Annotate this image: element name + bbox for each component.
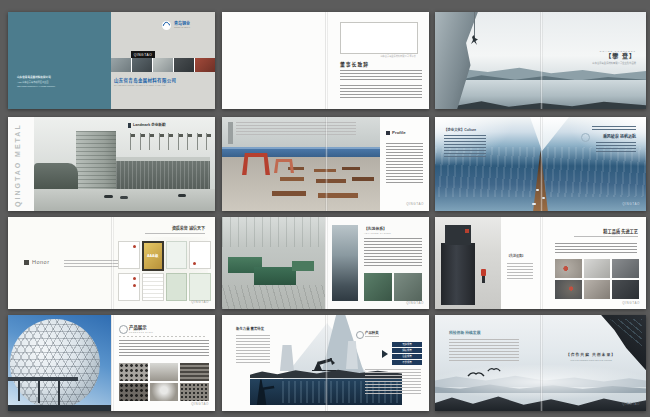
brandmark: QINGTAO (406, 301, 424, 305)
steel-plate (352, 177, 374, 181)
brandmark: QINGTAO (191, 300, 209, 304)
bird-icon (487, 366, 501, 373)
type-label: 无缝钢管 (392, 342, 422, 347)
caption-block: Landmark 企业新貌 (128, 123, 166, 128)
type-label: 不锈钢管 (392, 360, 422, 365)
spread-intro: 山东省青岛金属材料有限公司 董事长 董事长致辞 (222, 12, 429, 109)
cover-badge: QINGTAO (131, 51, 155, 58)
type-label: 合金钢管 (392, 354, 422, 359)
spread-building: Landmark 企业新貌 QINGTAO METAL (8, 117, 215, 211)
paragraph-lines (119, 340, 209, 358)
slogan-title: 乘风破浪 扬帆远航 (566, 134, 636, 139)
flag-icon (157, 133, 163, 150)
certificate-thumb (142, 273, 164, 301)
certificate-thumb (166, 241, 188, 269)
type-label-text: 焊接钢管 (402, 349, 412, 352)
spread-products: 产品展示 PRODUCTS SHOW QINGTAO (8, 315, 215, 411)
photo-thumb (555, 280, 582, 299)
paragraph-lines (555, 243, 637, 255)
photo-thumb (555, 259, 582, 278)
walkway-leg (58, 381, 60, 405)
building-caption: Landmark 企业新貌 (133, 123, 166, 127)
car (178, 194, 186, 197)
type-label-text: 无缝钢管 (402, 343, 412, 346)
circle-ornament-icon (356, 331, 364, 339)
photo-placeholder (340, 22, 418, 54)
honor-right-heading: 资质荣誉 诚信天下 (115, 226, 205, 231)
spread-equipment: 【先进设备】 精工品质 先进工艺 QINGTAO (435, 217, 646, 309)
photo-thumb (119, 383, 148, 401)
office-glass-grid (116, 161, 210, 189)
photo-thumb (132, 58, 152, 72)
floor-streaks (222, 285, 325, 309)
type-label-text: 合金钢管 (402, 355, 412, 358)
page-fold (325, 315, 328, 411)
cover-badge-label: QINGTAO (134, 53, 153, 57)
sail (519, 117, 569, 151)
photo-thumb (180, 383, 209, 401)
vision-center-block: 【合作共赢 共创未来】 WIN-WIN COOPERATION FOR THE … (545, 353, 637, 361)
cover-photo-strip (111, 58, 215, 72)
photo-thumb (119, 363, 148, 381)
photo-thumb (612, 280, 639, 299)
machine-red-accent (465, 229, 469, 233)
paragraph-lines (236, 122, 356, 137)
page-fold (325, 117, 328, 211)
page-fold (325, 217, 328, 309)
paragraph-lines (340, 70, 422, 82)
worker-red-shirt (481, 269, 486, 276)
logo-subtext: QINGTAO METAL (174, 26, 190, 29)
page-fold (111, 315, 114, 411)
vision-left-heading: 科技创新 持续发展 (449, 331, 480, 336)
arrow-icon (382, 350, 388, 358)
bullet-list-lines (507, 263, 533, 281)
cover-contact-line: ADD:山东省青岛市城阳区工业园 (17, 81, 48, 84)
list-lines (449, 339, 519, 361)
cooling-tower (280, 345, 294, 371)
brandmark: QINGTAO (622, 402, 640, 406)
caption-lines (145, 233, 205, 236)
walkway-leg (38, 381, 40, 403)
certificate-thumb (118, 273, 140, 301)
vision-slogan: 【合作共赢 共创未来】 (545, 353, 637, 358)
page-fold (325, 12, 328, 109)
page-fold (540, 12, 543, 109)
photo-thumb (150, 383, 179, 401)
flag-icon (138, 133, 144, 150)
paragraph-lines (592, 126, 636, 132)
steel-plate (280, 177, 304, 181)
page-fold (540, 217, 543, 309)
aaa-label: AAA级 (147, 254, 158, 258)
flag-icon (204, 133, 210, 150)
photo-caption: 山东省青岛金属材料有限公司 董事长 (352, 55, 416, 58)
honor-header: Honor (24, 259, 49, 266)
brandmark: QINGTAO (406, 202, 424, 206)
vision-slogan-en: WIN-WIN COOPERATION FOR THE FUTURE (545, 359, 637, 362)
montage-left-heading: 新生力量 蓄势待发 (236, 327, 264, 331)
red-seal-icon (133, 284, 136, 287)
intro-tag (228, 122, 233, 144)
certificate-thumb (118, 241, 140, 269)
title-block: GRAND PROSPECT 【攀 登】 山东省青岛金属材料有限公司企业形象画册 (536, 50, 636, 64)
photo-thumb (394, 273, 422, 301)
steel-plate (342, 167, 360, 170)
bird-icon (467, 370, 485, 378)
paragraph-lines (596, 142, 636, 154)
honor-heading: Honor (32, 259, 49, 266)
circle-ornament-icon (119, 325, 128, 334)
steel-plate (316, 179, 346, 183)
type-label: 焊接钢管 (392, 348, 422, 353)
photo-thumb (174, 58, 194, 72)
page-fold (540, 117, 543, 211)
flag-icon (176, 133, 182, 150)
photo-thumb (195, 58, 215, 72)
flag-icon (147, 133, 153, 150)
spread-honor: Honor 资质荣誉 诚信天下 AAA级 QINGTAO (8, 217, 215, 309)
photo-grid (555, 259, 639, 299)
paragraph-lines (386, 143, 423, 183)
deck-hardware (532, 203, 536, 205)
products-heading-sub: PRODUCTS SHOW (129, 331, 154, 334)
spread-ship: 【企业文化】Culture 乘风破浪 扬帆远航 QINGTAO (435, 117, 646, 211)
cover-teal-panel (8, 12, 111, 109)
certificate-grid: AAA级 (118, 241, 211, 301)
